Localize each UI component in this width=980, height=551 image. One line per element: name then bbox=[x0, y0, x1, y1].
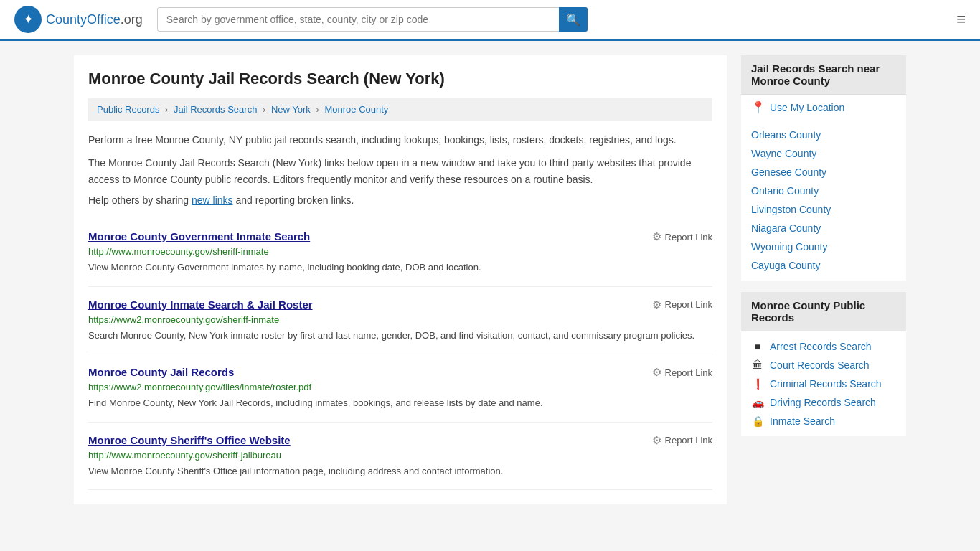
nearby-header: Jail Records Search near Monroe County bbox=[741, 55, 906, 95]
sidebar: Jail Records Search near Monroe County 📍… bbox=[741, 55, 906, 504]
report-link[interactable]: ⚙ Report Link bbox=[652, 434, 712, 447]
breadcrumb-public-records[interactable]: Public Records bbox=[97, 104, 159, 115]
search-bar: 🔍 bbox=[157, 7, 588, 32]
nearby-county-item: Ontario County bbox=[741, 182, 906, 200]
nearby-county-item: Niagara County bbox=[741, 219, 906, 237]
public-record-item: 🔒 Inmate Search bbox=[741, 412, 906, 430]
nearby-county-list: Orleans CountyWayne CountyGenesee County… bbox=[741, 120, 906, 281]
report-link[interactable]: ⚙ Report Link bbox=[652, 366, 712, 379]
result-header: Monroe County Jail Records ⚙ Report Link bbox=[88, 366, 712, 379]
nearby-county-item: Cayuga County bbox=[741, 256, 906, 275]
nearby-county-item: Livingston County bbox=[741, 200, 906, 219]
result-item: Monroe County Inmate Search & Jail Roste… bbox=[88, 287, 712, 355]
location-icon: 📍 bbox=[751, 100, 765, 114]
public-record-icon: ❗ bbox=[751, 378, 764, 390]
nearby-county-link[interactable]: Cayuga County bbox=[751, 260, 821, 271]
search-button[interactable]: 🔍 bbox=[559, 7, 588, 32]
public-record-icon: 🔒 bbox=[751, 415, 764, 427]
report-icon: ⚙ bbox=[652, 434, 661, 447]
result-title[interactable]: Monroe County Jail Records bbox=[88, 366, 234, 378]
report-link[interactable]: ⚙ Report Link bbox=[652, 230, 712, 243]
result-description: View Monroe County Government inmates by… bbox=[88, 260, 712, 275]
nearby-county-item: Orleans County bbox=[741, 126, 906, 144]
public-record-item: ■ Arrest Records Search bbox=[741, 337, 906, 356]
intro-paragraph-1: Perform a free Monroe County, NY public … bbox=[88, 132, 712, 148]
logo-icon: ✦ bbox=[14, 6, 42, 33]
public-records-section: Monroe County Public Records ■ Arrest Re… bbox=[741, 292, 906, 436]
result-url[interactable]: https://www2.monroecounty.gov/files/inma… bbox=[88, 382, 712, 392]
result-header: Monroe County Inmate Search & Jail Roste… bbox=[88, 298, 712, 311]
nearby-county-link[interactable]: Wayne County bbox=[751, 148, 816, 159]
report-link[interactable]: ⚙ Report Link bbox=[652, 298, 712, 311]
nearby-county-item: Wayne County bbox=[741, 144, 906, 163]
result-title[interactable]: Monroe County Government Inmate Search bbox=[88, 230, 310, 242]
help-text: Help others by sharing new links and rep… bbox=[88, 194, 712, 206]
nearby-section: Jail Records Search near Monroe County 📍… bbox=[741, 55, 906, 281]
report-icon: ⚙ bbox=[652, 366, 661, 379]
public-record-item: 🏛 Court Records Search bbox=[741, 356, 906, 375]
result-item: Monroe County Sheriff's Office Website ⚙… bbox=[88, 423, 712, 491]
result-item: Monroe County Jail Records ⚙ Report Link… bbox=[88, 354, 712, 423]
public-record-icon: 🚗 bbox=[751, 397, 764, 408]
main-content: Monroe County Jail Records Search (New Y… bbox=[74, 55, 727, 504]
breadcrumb-jail-records-search[interactable]: Jail Records Search bbox=[174, 104, 257, 115]
breadcrumb: Public Records › Jail Records Search › N… bbox=[88, 98, 712, 121]
report-icon: ⚙ bbox=[652, 298, 661, 311]
nearby-county-item: Wyoming County bbox=[741, 237, 906, 256]
public-record-link[interactable]: Arrest Records Search bbox=[770, 341, 872, 352]
public-records-list: ■ Arrest Records Search 🏛 Court Records … bbox=[741, 331, 906, 436]
report-icon: ⚙ bbox=[652, 230, 661, 243]
breadcrumb-new-york[interactable]: New York bbox=[271, 104, 311, 115]
result-url[interactable]: https://www2.monroecounty.gov/sheriff-in… bbox=[88, 314, 712, 325]
search-input[interactable] bbox=[157, 7, 588, 32]
result-description: Search Monroe County, New York inmate ro… bbox=[88, 329, 712, 343]
public-record-link[interactable]: Driving Records Search bbox=[770, 397, 876, 408]
public-record-link[interactable]: Court Records Search bbox=[770, 359, 870, 371]
results-list: Monroe County Government Inmate Search ⚙… bbox=[88, 219, 712, 490]
logo-link[interactable]: ✦ CountyOffice.org bbox=[14, 6, 143, 33]
nearby-county-link[interactable]: Ontario County bbox=[751, 185, 819, 197]
result-url[interactable]: http://www.monroecounty.gov/sheriff-jail… bbox=[88, 450, 712, 461]
public-record-item: 🚗 Driving Records Search bbox=[741, 393, 906, 412]
result-description: Find Monroe County, New York Jail Record… bbox=[88, 396, 712, 410]
nearby-county-link[interactable]: Livingston County bbox=[751, 204, 831, 215]
nearby-county-link[interactable]: Orleans County bbox=[751, 129, 821, 141]
content-area: Monroe County Jail Records Search (New Y… bbox=[60, 41, 920, 519]
result-item: Monroe County Government Inmate Search ⚙… bbox=[88, 219, 712, 287]
result-url[interactable]: http://www.monroecounty.gov/sheriff-inma… bbox=[88, 246, 712, 257]
menu-button[interactable]: ≡ bbox=[956, 10, 966, 29]
use-location[interactable]: 📍 Use My Location bbox=[741, 95, 906, 120]
nearby-county-link[interactable]: Wyoming County bbox=[751, 241, 827, 253]
public-record-link[interactable]: Inmate Search bbox=[770, 415, 835, 427]
logo-text: CountyOffice.org bbox=[46, 12, 143, 27]
nearby-county-item: Genesee County bbox=[741, 163, 906, 182]
breadcrumb-monroe-county[interactable]: Monroe County bbox=[324, 104, 388, 115]
nearby-county-link[interactable]: Niagara County bbox=[751, 222, 821, 234]
public-record-icon: 🏛 bbox=[751, 359, 764, 371]
public-record-icon: ■ bbox=[751, 341, 764, 352]
public-records-header: Monroe County Public Records bbox=[741, 292, 906, 331]
use-location-link[interactable]: Use My Location bbox=[770, 102, 844, 113]
intro-paragraph-2: The Monroe County Jail Records Search (N… bbox=[88, 155, 712, 187]
result-header: Monroe County Government Inmate Search ⚙… bbox=[88, 230, 712, 243]
public-record-link[interactable]: Criminal Records Search bbox=[770, 378, 882, 390]
result-title[interactable]: Monroe County Sheriff's Office Website bbox=[88, 434, 291, 446]
new-links[interactable]: new links bbox=[192, 194, 233, 206]
result-description: View Monroe County Sheriff's Office jail… bbox=[88, 464, 712, 479]
result-title[interactable]: Monroe County Inmate Search & Jail Roste… bbox=[88, 298, 313, 311]
site-header: ✦ CountyOffice.org 🔍 ≡ bbox=[0, 0, 980, 41]
public-record-item: ❗ Criminal Records Search bbox=[741, 375, 906, 393]
nearby-county-link[interactable]: Genesee County bbox=[751, 166, 826, 178]
result-header: Monroe County Sheriff's Office Website ⚙… bbox=[88, 434, 712, 447]
page-title: Monroe County Jail Records Search (New Y… bbox=[88, 70, 712, 88]
